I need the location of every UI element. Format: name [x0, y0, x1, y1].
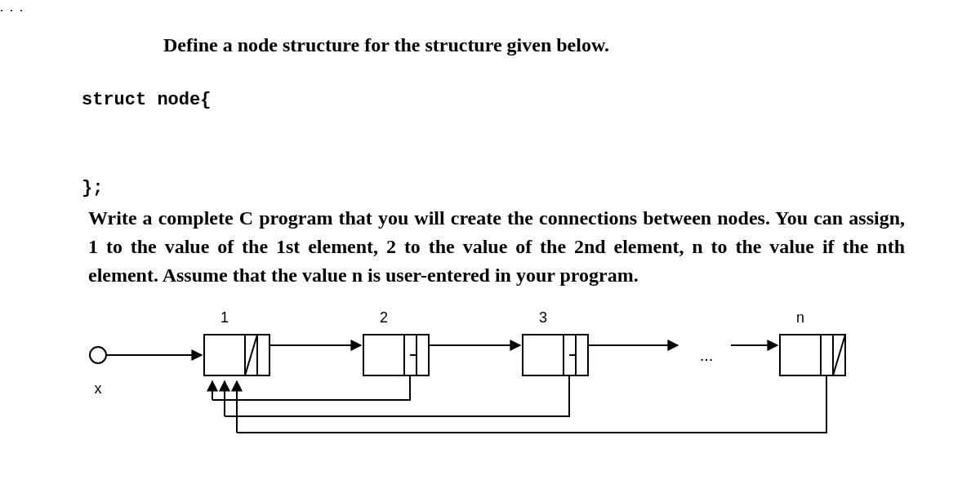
diagram-ellipsis: ... — [700, 346, 714, 364]
code-struct-open: struct node{ — [82, 90, 211, 110]
linked-list-diagram: x 1 2 3 — [78, 302, 902, 457]
node-2: 2 — [363, 309, 429, 375]
svg-line-20 — [833, 335, 845, 375]
page: Define a node structure for the structur… — [0, 0, 980, 502]
head-label: x — [95, 380, 102, 397]
code-struct-close: }; — [82, 178, 103, 198]
node-2-label: 2 — [380, 309, 388, 326]
node-1: 1 — [204, 309, 270, 375]
back-arrow-n-to-1 — [237, 375, 826, 433]
question-heading: Define a node structure for the structur… — [163, 34, 609, 56]
node-n-label: n — [796, 309, 804, 326]
svg-rect-6 — [363, 335, 429, 375]
back-arrow-3-to-1 — [225, 375, 569, 416]
node-1-label: 1 — [220, 309, 229, 326]
code-body-ellipsis: . . . — [0, 0, 980, 15]
svg-rect-1 — [204, 335, 270, 375]
node-n: n — [780, 309, 845, 375]
head-circle — [90, 347, 106, 363]
node-3: 3 — [523, 309, 588, 375]
question-paragraph: Write a complete C program that you will… — [88, 204, 905, 289]
node-3-label: 3 — [539, 309, 547, 326]
svg-line-4 — [245, 335, 257, 375]
svg-rect-11 — [523, 335, 588, 375]
back-arrow-2-to-1 — [212, 375, 410, 400]
